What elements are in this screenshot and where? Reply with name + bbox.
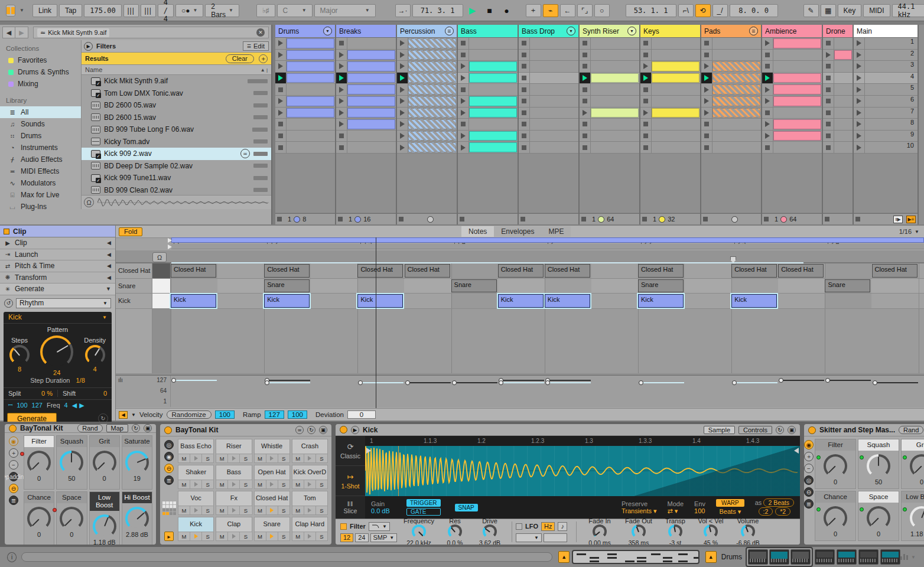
clip-slot[interactable] — [823, 142, 853, 154]
collection-item-drums-synths[interactable]: Drums & Synths — [0, 66, 81, 78]
pad-solo-button[interactable]: S — [278, 532, 289, 540]
pad-mute-button[interactable]: M — [255, 506, 266, 514]
frequency-knob[interactable] — [412, 524, 426, 539]
link-button[interactable]: Link — [32, 4, 57, 17]
tap-tempo-button[interactable]: Tap — [59, 4, 82, 17]
clip-stop-all-icon[interactable] — [764, 217, 769, 221]
device-thumbnail[interactable] — [748, 549, 768, 565]
midi-note-closed-hat[interactable]: Closed Hat — [171, 264, 216, 278]
midi-note-kick[interactable]: Kick — [498, 294, 544, 308]
midi-note-closed-hat[interactable]: Closed Hat — [778, 264, 824, 278]
clip-slot[interactable] — [580, 84, 639, 96]
clip-slot[interactable] — [458, 61, 518, 73]
snap-button[interactable]: SNAP — [455, 504, 478, 511]
pattern-knob[interactable]: 24 — [40, 335, 73, 369]
save-icon[interactable]: ▣ — [788, 426, 796, 434]
scale-accidental-button[interactable]: ♭♯ — [256, 4, 275, 17]
drum-pad-crash[interactable]: CrashMS — [292, 439, 328, 463]
clip-launch-button[interactable] — [397, 50, 408, 61]
clip-slot[interactable] — [519, 142, 578, 154]
clip-slot[interactable] — [701, 84, 761, 96]
midi-map-button[interactable]: MIDI — [863, 4, 890, 17]
section-pitch-time[interactable]: ⇄Pitch & Time◀ — [0, 260, 115, 272]
macro-value[interactable]: 0 — [70, 531, 73, 538]
scene-slot-4[interactable]: 4 — [854, 73, 918, 84]
clip-slot[interactable] — [397, 107, 457, 119]
vol-vel-value[interactable]: 45 % — [704, 539, 718, 545]
clip-slot[interactable] — [701, 131, 761, 142]
clip-launch-button[interactable] — [397, 96, 408, 107]
ableton-logo[interactable] — [6, 5, 15, 17]
loop-capture-button[interactable]: ○ — [594, 4, 610, 17]
fold-button[interactable]: Fold — [119, 227, 142, 236]
clip-slot[interactable] — [823, 50, 853, 61]
sidebar-item-modulators[interactable]: ∿Modulators — [0, 177, 81, 189]
ramp-to[interactable]: 100 — [288, 410, 307, 419]
device-on-led[interactable] — [9, 425, 17, 432]
sidebar-item-drums[interactable]: ⠶Drums — [0, 130, 81, 142]
freq-value[interactable]: 4 — [64, 402, 68, 409]
scene-play-icon[interactable] — [854, 61, 865, 72]
sidebar-item-sounds[interactable]: ♫Sounds — [0, 118, 81, 130]
clip-slot[interactable] — [397, 73, 457, 84]
midi-note-closed-hat[interactable]: Closed Hat — [731, 264, 777, 278]
device-title[interactable]: Kick — [363, 426, 378, 434]
pad-play-button[interactable] — [266, 506, 278, 514]
clip-slot[interactable] — [275, 131, 335, 142]
track-footer[interactable]: 164 — [580, 213, 639, 224]
file-row[interactable]: Kick Mkit Synth 9.aif — [82, 75, 271, 87]
env-value[interactable]: 100 — [694, 507, 705, 514]
clip-launch-button[interactable] — [336, 96, 347, 107]
file-row[interactable]: Kick 909 Tune11.wav — [82, 172, 271, 184]
add-filter-button[interactable]: ＋ — [259, 54, 268, 63]
pad-solo-button[interactable]: S — [202, 480, 213, 488]
slope-12-button[interactable]: 12 — [340, 533, 353, 542]
macro-knob[interactable] — [910, 454, 924, 478]
clip-slot[interactable] — [397, 96, 457, 107]
browser-forward-button[interactable]: ▶ — [15, 27, 28, 38]
device-on-led[interactable] — [164, 426, 172, 434]
macro-variations-icon[interactable]: ◉ — [9, 436, 18, 446]
pad-solo-button[interactable]: S — [240, 480, 251, 488]
clip-launch-button[interactable] — [458, 38, 469, 49]
clip-slot[interactable] — [701, 119, 761, 131]
play-button[interactable]: ▶ — [465, 4, 480, 17]
note-lane[interactable]: SnareSnareSnareSnare — [171, 279, 924, 294]
clip-slot[interactable] — [275, 50, 335, 61]
device-thumbnail[interactable] — [815, 549, 835, 565]
pad-play-button[interactable] — [228, 532, 240, 540]
pad-bank-selector[interactable] — [162, 501, 176, 515]
pad-play-button[interactable] — [266, 532, 278, 540]
macro-value[interactable]: 0 — [103, 475, 106, 482]
clip-stop-all-icon[interactable] — [520, 217, 525, 221]
track-header[interactable]: Pads☰ — [701, 25, 761, 38]
chevron-down-icon[interactable]: ▼ — [567, 27, 575, 35]
clip-slot[interactable] — [580, 61, 639, 73]
section-clip[interactable]: ▶Clip◀ — [0, 237, 115, 249]
pad-play-button[interactable] — [190, 506, 202, 514]
pad-play-button[interactable] — [190, 480, 202, 488]
lfo-shape-menu[interactable]: ▼ — [516, 533, 542, 542]
clip-launch-button[interactable] — [640, 84, 652, 95]
collection-item-mixing[interactable]: Mixing — [0, 78, 81, 90]
clip-start-marker[interactable] — [168, 245, 172, 249]
clip-slot[interactable] — [458, 142, 518, 154]
scene-slot-1[interactable]: 1 — [854, 38, 918, 50]
clip-launch-button[interactable] — [336, 61, 347, 72]
scene-slot-3[interactable]: 3 — [854, 61, 918, 73]
drum-pad-open-hat[interactable]: Open HatMS — [254, 465, 290, 489]
clip-stop-all-icon[interactable] — [703, 217, 708, 221]
drum-pad-clap-hard[interactable]: Clap HardMS — [292, 517, 328, 541]
chain-list-icon[interactable]: ☰ — [445, 27, 454, 35]
pad-solo-button[interactable]: S — [278, 454, 289, 462]
file-row[interactable]: BD 909 Clean 02.wav — [82, 184, 271, 195]
pad-solo-button[interactable]: S — [240, 454, 251, 462]
midi-overdub-button[interactable]: ⌁ — [543, 4, 558, 17]
macro-knob[interactable] — [824, 506, 847, 530]
clip-slot[interactable] — [701, 50, 761, 61]
velocity-min[interactable]: 100 — [17, 402, 27, 409]
clip-stop-all-icon[interactable] — [581, 217, 586, 221]
fade-in-knob[interactable] — [593, 524, 607, 539]
loop-length-value[interactable]: 8. 0. 0 — [730, 4, 778, 17]
clip-slot[interactable] — [823, 96, 853, 107]
